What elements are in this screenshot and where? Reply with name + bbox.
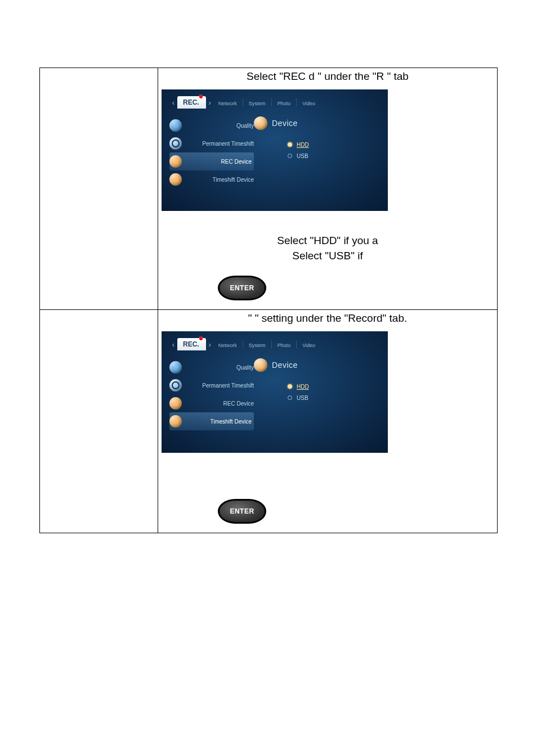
- left-menu-label: REC Device: [186, 159, 252, 165]
- tab-record[interactable]: REC.: [177, 338, 206, 350]
- left-menu-item[interactable]: Timeshift Device: [169, 412, 254, 430]
- left-menu-item[interactable]: REC Device: [169, 152, 254, 170]
- step-content-cell: Select "REC d " under the "R " tab‹REC.›…: [158, 68, 498, 310]
- device-panel: DeviceHDDUSB: [254, 116, 380, 161]
- left-menu-item[interactable]: Permanent Timeshift: [169, 134, 254, 152]
- left-menu-label: Quality: [186, 123, 254, 129]
- settings-screenshot: ‹REC.›NetworkSystemPhotoVideoQualityPerm…: [162, 331, 388, 453]
- instruction-text: Select "HDD" if you aSelect "USB" if: [162, 233, 494, 263]
- tab-inactive[interactable]: Network: [214, 96, 241, 109]
- device-options: HDDUSB: [288, 139, 380, 161]
- enter-button-graphic: ENTER: [218, 276, 266, 300]
- instruction-table: Select "REC d " under the "R " tab‹REC.›…: [39, 68, 498, 533]
- tab-arrow-right-icon: ›: [206, 96, 214, 109]
- step-label-cell: [40, 310, 158, 533]
- device-panel: DeviceHDDUSB: [254, 358, 380, 403]
- tab-inactive[interactable]: Photo: [273, 96, 296, 109]
- step-heading: " " setting under the "Record" tab.: [162, 312, 494, 328]
- device-icon: [254, 358, 267, 372]
- left-menu-item[interactable]: Quality: [169, 116, 254, 134]
- tab-bar: ‹REC.›NetworkSystemPhotoVideo: [169, 96, 382, 109]
- left-menu-item[interactable]: Quality: [169, 358, 254, 376]
- rec-indicator-icon: [199, 337, 203, 340]
- device-icon: [254, 116, 267, 130]
- panel-title-text: Device: [272, 361, 298, 370]
- rec-icon: [169, 155, 182, 168]
- step-content-cell: " " setting under the "Record" tab.‹REC.…: [158, 310, 498, 533]
- enter-button-graphic: ENTER: [218, 499, 266, 524]
- instruction-line: Select "HDD" if you a: [162, 233, 494, 249]
- left-menu: QualityPermanent TimeshiftREC DeviceTime…: [169, 116, 254, 188]
- timeshift-icon: [169, 379, 182, 392]
- left-menu-label: Quality: [186, 364, 254, 371]
- device-options: HDDUSB: [288, 381, 380, 403]
- settings-screenshot: ‹REC.›NetworkSystemPhotoVideoQualityPerm…: [162, 89, 388, 211]
- panel-title-text: Device: [272, 119, 298, 128]
- enter-button[interactable]: ENTER: [218, 276, 266, 300]
- device-option[interactable]: USB: [288, 392, 380, 403]
- tab-inactive[interactable]: System: [244, 96, 270, 109]
- tsdev-icon: [169, 415, 182, 428]
- panel-title: Device: [254, 358, 380, 372]
- device-option[interactable]: HDD: [288, 381, 380, 392]
- left-menu-item[interactable]: Permanent Timeshift: [169, 376, 254, 394]
- instruction-line: Select "USB" if: [162, 249, 494, 264]
- tab-inactive[interactable]: System: [244, 338, 270, 350]
- radio-icon: [288, 384, 292, 389]
- tab-arrow-right-icon: ›: [206, 338, 214, 350]
- tab-inactive[interactable]: Photo: [273, 338, 296, 350]
- device-option[interactable]: USB: [288, 150, 380, 161]
- tab-record[interactable]: REC.: [177, 96, 206, 109]
- device-option-label: HDD: [297, 142, 309, 148]
- tsdev-icon: [169, 173, 182, 186]
- rec-indicator-icon: [199, 95, 203, 98]
- device-option-label: HDD: [297, 384, 309, 390]
- panel-title: Device: [254, 116, 380, 130]
- left-menu-label: Timeshift Device: [186, 418, 252, 425]
- tab-bar: ‹REC.›NetworkSystemPhotoVideo: [169, 338, 382, 350]
- quality-icon: [169, 361, 182, 374]
- tab-arrow-left-icon: ‹: [169, 338, 177, 350]
- step-label-cell: [40, 68, 158, 310]
- left-menu-item[interactable]: Timeshift Device: [169, 170, 254, 188]
- device-option-label: USB: [297, 153, 308, 159]
- radio-icon: [288, 142, 292, 147]
- left-menu-label: Permanent Timeshift: [186, 382, 254, 389]
- rec-icon: [169, 397, 182, 410]
- enter-button[interactable]: ENTER: [218, 499, 266, 524]
- step-heading: Select "REC d " under the "R " tab: [162, 70, 494, 86]
- radio-icon: [288, 154, 292, 158]
- tab-inactive[interactable]: Video: [298, 96, 320, 109]
- tab-inactive[interactable]: Video: [298, 338, 320, 350]
- radio-icon: [288, 395, 292, 400]
- left-menu-label: REC Device: [186, 400, 254, 407]
- tab-inactive[interactable]: Network: [214, 338, 241, 350]
- device-option[interactable]: HDD: [288, 139, 380, 150]
- device-option-label: USB: [297, 395, 308, 401]
- left-menu: QualityPermanent TimeshiftREC DeviceTime…: [169, 358, 254, 430]
- left-menu-label: Permanent Timeshift: [186, 141, 254, 147]
- tab-arrow-left-icon: ‹: [169, 96, 177, 109]
- timeshift-icon: [169, 137, 182, 150]
- left-menu-item[interactable]: REC Device: [169, 394, 254, 412]
- left-menu-label: Timeshift Device: [186, 177, 254, 183]
- quality-icon: [169, 119, 182, 132]
